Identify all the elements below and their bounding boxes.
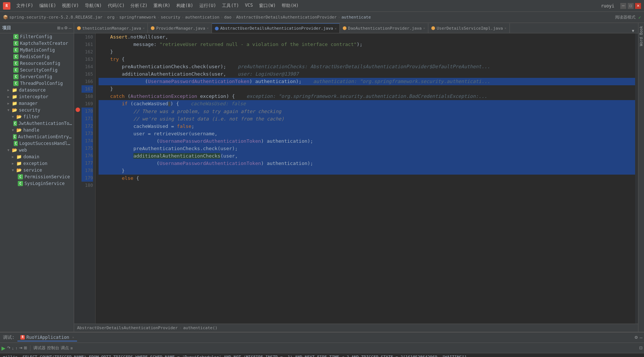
tab-close[interactable]: ✕ <box>143 26 145 30</box>
tab-abstract-provider[interactable]: AbstractUserDetailsAuthenticationProvide… <box>212 23 340 33</box>
code-line-160: Assert.notNull(user, <box>99 33 635 41</box>
tab-dao-provider[interactable]: DaoAuthenticationProvider.java ✕ <box>340 23 428 33</box>
tree-item-mybatis[interactable]: C MyBatisConfig <box>0 47 74 53</box>
tab-list-button[interactable]: ▼ <box>631 29 635 33</box>
tree-item-web-folder[interactable]: ▼ 📂 web <box>0 147 74 153</box>
log-content[interactable]: millis. SELECT COUNT(TRIGGER_NAME) FROM … <box>0 353 644 357</box>
tab-provider-manager[interactable]: ProviderManager.java ✕ <box>148 23 212 33</box>
debug-app-tab[interactable]: R RuoYiApplication ✕ <box>17 334 77 341</box>
tree-item-datasource[interactable]: ▶ 📁 datasource <box>0 87 74 93</box>
menu-tools[interactable]: 工具(T) <box>219 2 242 10</box>
reader-mode[interactable]: 阅读器模式 <box>615 14 635 20</box>
tree-item-filterconfig[interactable]: C FilterConfig <box>0 33 74 40</box>
tab-auth-manager[interactable]: thenticationManager.java ✕ <box>74 23 148 33</box>
menu-file[interactable]: 文件(F) <box>13 2 36 10</box>
resume-button[interactable]: ▶ <box>1 345 6 351</box>
step-into-button[interactable]: ↓ <box>12 346 14 350</box>
folder-arrow: ▶ <box>12 155 16 159</box>
menu-view[interactable]: 视图(V) <box>59 2 82 10</box>
debug-panel-button[interactable]: ⊡ <box>639 346 643 350</box>
tree-item-threadpool[interactable]: C ThreadPoolConfig <box>0 80 74 87</box>
sidebar-settings-button[interactable]: ⚙ <box>64 26 68 30</box>
menu-run[interactable]: 运行(U) <box>196 2 219 10</box>
tree-label: ThreadPoolConfig <box>20 81 63 86</box>
debug-close-button[interactable]: ─ <box>640 335 643 340</box>
breadcrumb-dao[interactable]: dao <box>224 15 232 20</box>
tree-item-domain[interactable]: ▶ 📁 domain <box>0 153 74 160</box>
step-over-button[interactable]: ↷ <box>7 346 10 350</box>
tab-label: DaoAuthenticationProvider.java <box>348 26 422 31</box>
tree-item-redis[interactable]: C RedisConfig <box>0 53 74 60</box>
scrollbar-right[interactable] <box>635 33 638 324</box>
folder-icon: 📁 <box>16 161 22 166</box>
tree-label: PermissionService <box>24 174 70 179</box>
tree-item-filter-folder[interactable]: ▼ 📂 filter <box>0 113 74 120</box>
tree-label: datasource <box>19 87 46 93</box>
tree-item-security-folder[interactable]: ▼ 📂 security <box>0 107 74 113</box>
folder-arrow-open: ▼ <box>12 115 16 119</box>
tab-close[interactable]: ✕ <box>423 26 425 30</box>
breadcrumb-sep1: › <box>104 15 106 20</box>
breadcrumb-security[interactable]: security <box>161 15 180 20</box>
debug-tab-list[interactable]: ≡ <box>70 346 73 350</box>
sidebar-collapse-button[interactable]: ≡ <box>61 26 63 30</box>
menu-window[interactable]: 窗口(W) <box>256 2 279 10</box>
tree-item-kaptcha[interactable]: C KaptchaTextCreator <box>0 40 74 47</box>
menu-build[interactable]: 构建(B) <box>173 2 196 10</box>
breadcrumb-springframework[interactable]: springframework <box>119 15 156 20</box>
tab-close-debug[interactable]: ✕ <box>72 335 74 339</box>
breadcrumb-jar[interactable]: spring-security-core-5.2.8.RELEASE.jar <box>9 15 103 20</box>
tree-item-permission[interactable]: C PermissionService <box>0 173 74 180</box>
menu-vcs[interactable]: VCS <box>242 2 256 10</box>
breadcrumb-class[interactable]: AbstractUserDetailsAuthenticationProvide… <box>236 15 337 20</box>
minimize-button[interactable]: ─ <box>620 3 626 9</box>
breadcrumb-method[interactable]: authenticate <box>341 15 371 20</box>
debug-tab-3[interactable]: 调点 <box>61 345 69 351</box>
sidebar-expand-button[interactable]: ⊞ <box>57 26 60 30</box>
tree-item-resources[interactable]: C ResourcesConfig <box>0 60 74 67</box>
right-panel-label: Word Book <box>639 26 643 46</box>
tree-item-jwt[interactable]: C JwtAuthenticationTokenFil... <box>0 120 74 127</box>
tab-close[interactable]: ✕ <box>504 26 506 30</box>
tree-item-exception[interactable]: ▶ 📁 exception <box>0 160 74 167</box>
tree-item-logout[interactable]: C LogoutSuccessHandlerImp... <box>0 140 74 147</box>
debug-tab-2[interactable]: 控制台 <box>47 345 59 351</box>
class-icon: C <box>18 174 23 179</box>
tree-item-service-folder[interactable]: ▼ 📂 service <box>0 167 74 173</box>
tree-item-security[interactable]: C SecurityConfig <box>0 67 74 73</box>
code-line-174: user = retrieveUser(username, <box>99 130 635 138</box>
tab-close[interactable]: ✕ <box>207 26 209 30</box>
sidebar-close-button[interactable]: ─ <box>69 26 72 30</box>
evaluate-button[interactable]: ⊞ <box>24 346 27 350</box>
tab-userdetails[interactable]: UserDetailsServiceImpl.java ✕ <box>428 23 509 33</box>
tree-item-authentry[interactable]: C AuthenticationEntryPointIm... <box>0 133 74 140</box>
class-icon: C <box>13 74 19 79</box>
class-icon: C <box>13 81 19 86</box>
tree-item-handle-folder[interactable]: ▼ 📂 handle <box>0 127 74 133</box>
tab-close[interactable]: ✕ <box>335 27 336 30</box>
debug-settings-button[interactable]: ⚙ <box>634 335 638 340</box>
breadcrumb-authentication[interactable]: authentication <box>185 15 219 20</box>
maximize-button[interactable]: □ <box>628 3 634 9</box>
class-icon: C <box>13 54 19 59</box>
menu-help[interactable]: 帮助(H) <box>279 2 302 10</box>
sidebar-toolbar: 项目 ⊞ ≡ ⚙ ─ <box>0 23 74 33</box>
tree-label: MyBatisConfig <box>20 47 55 53</box>
tree-item-interceptor[interactable]: ▶ 📁 interceptor <box>0 93 74 100</box>
menu-code[interactable]: 代码(C) <box>105 2 128 10</box>
close-button[interactable]: ✕ <box>635 3 641 9</box>
code-editor[interactable]: 160 161 162 163 164 165 166 167 168 169 … <box>74 33 638 324</box>
tree-item-manager[interactable]: ▶ 📁 manager <box>0 100 74 107</box>
tree-label: filter <box>23 114 39 119</box>
tree-item-server[interactable]: C ServerConfig <box>0 73 74 80</box>
run-to-cursor-button[interactable]: ⇥ <box>19 346 22 350</box>
tree-item-syslogin[interactable]: C SysLoginService <box>0 180 74 187</box>
debug-tab-1[interactable]: 调试器 <box>33 345 46 351</box>
menu-refactor[interactable]: 重构(R) <box>150 2 173 10</box>
menu-analyze[interactable]: 分析(Z) <box>127 2 150 10</box>
breadcrumb-org[interactable]: org <box>107 15 114 20</box>
menu-navigate[interactable]: 导航(N) <box>82 2 105 10</box>
class-icon: C <box>13 134 17 139</box>
step-out-button[interactable]: ↑ <box>16 346 18 350</box>
menu-edit[interactable]: 编辑(E) <box>36 2 59 10</box>
